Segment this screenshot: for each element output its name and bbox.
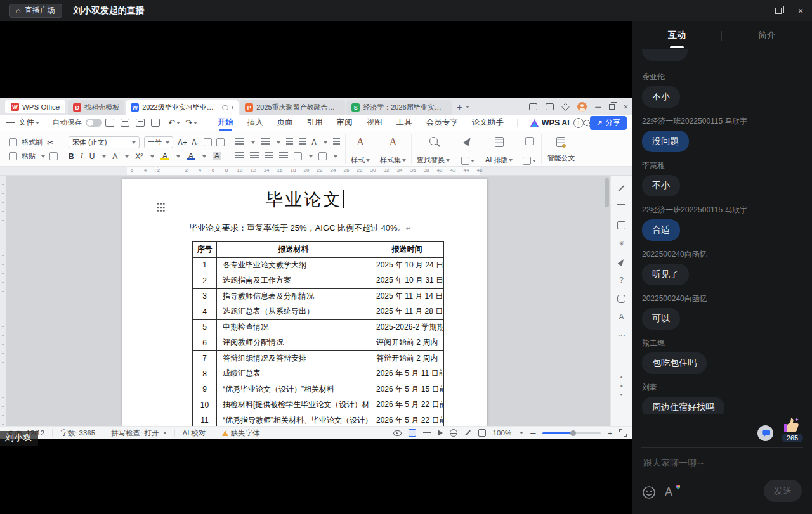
eye-protect-icon[interactable] [393, 430, 402, 436]
wps-ai-button[interactable]: WPS AI [530, 119, 570, 127]
zoom-in-button[interactable]: + [608, 429, 612, 437]
highlight-color-button[interactable]: A [160, 152, 169, 160]
document-scrollbar[interactable] [605, 178, 609, 207]
zoom-level[interactable]: 100% [493, 429, 511, 437]
cloud-upload-icon[interactable]: ↑ [573, 118, 584, 128]
web-view-icon[interactable] [450, 429, 457, 437]
chat-message-bubble[interactable]: 可以 [642, 308, 680, 330]
chat-message-bubble[interactable]: 不小 [642, 86, 680, 108]
format-painter-button[interactable]: 格式刷 [22, 138, 43, 147]
ribbon-tab-3[interactable]: 引用 [307, 115, 323, 131]
grow-font-button[interactable]: A+ [178, 138, 187, 147]
output-icon[interactable] [151, 119, 160, 127]
previous-page-button[interactable]: ▲ [619, 375, 624, 379]
new-tab-button[interactable]: + [457, 102, 469, 112]
line-spacing-icon[interactable] [294, 152, 302, 160]
horizontal-ruler[interactable]: 6422468101214161820222426283032343638404… [0, 167, 632, 176]
smart-beautify-icon[interactable]: ✳ [617, 238, 627, 248]
first-line-indent-marker[interactable] [153, 167, 158, 170]
zoom-slider[interactable] [542, 432, 601, 434]
missing-font-warning[interactable]: 缺失字体 [214, 429, 268, 437]
ai-proofread-button[interactable]: AI 校对 [175, 429, 214, 437]
chat-message-bubble[interactable]: 合适 [642, 219, 680, 241]
tab-introduction[interactable]: 简介 [722, 30, 812, 49]
wps-minimize-button[interactable]: ─ [595, 102, 601, 112]
chat-message-bubble[interactable]: 包吃包住吗 [642, 352, 707, 374]
clear-format-icon[interactable] [216, 138, 225, 146]
font-name-select[interactable]: 宋体 (正文) [69, 136, 140, 148]
underline-button[interactable]: U [89, 152, 95, 161]
ai-layout-button[interactable]: AI 排版 [485, 136, 513, 165]
cut-icon[interactable]: ✂ [47, 138, 53, 147]
ribbon-tab-8[interactable]: 论文助手 [472, 115, 504, 131]
chat-input[interactable] [642, 457, 782, 468]
requirement-paragraph[interactable]: 毕业论文要求：重复率低于 25%，AIGC 比例不超过 40%。↵ [189, 222, 412, 234]
help-icon[interactable]: ? [617, 275, 627, 285]
user-avatar[interactable] [577, 102, 587, 112]
ink-icon[interactable] [465, 430, 471, 435]
fit-page-icon[interactable] [478, 429, 486, 437]
align-left-icon[interactable] [235, 152, 244, 160]
proofread-icon[interactable] [617, 220, 627, 230]
file-menu[interactable]: 文件 [18, 117, 34, 128]
wps-restore-button[interactable] [609, 104, 615, 110]
style-set-button[interactable]: A 样式集 [380, 136, 406, 165]
chat-message-bubble[interactable]: 周边住宿好找吗 [642, 397, 724, 414]
close-button[interactable]: × [796, 6, 806, 16]
wps-document-tab[interactable]: D找稻壳模板 [68, 100, 124, 115]
char-shading-button[interactable]: A [213, 152, 221, 160]
find-replace-button[interactable]: 查找替换 [417, 136, 450, 165]
autosave-control[interactable]: 自动保存 [53, 118, 102, 127]
select-tool-button[interactable] [461, 136, 475, 165]
number-list-icon[interactable] [261, 138, 270, 146]
chat-message-bubble[interactable]: 听见了 [642, 264, 689, 285]
ribbon-tab-1[interactable]: 插入 [247, 115, 263, 131]
vip-icon[interactable] [561, 102, 570, 110]
ribbon-tab-6[interactable]: 工具 [396, 115, 412, 131]
print-icon[interactable] [121, 119, 129, 127]
next-page-button[interactable]: ▼ [619, 392, 624, 397]
send-button[interactable]: 发送 [764, 480, 802, 502]
play-view-icon[interactable] [438, 430, 443, 436]
increase-indent-icon[interactable] [299, 138, 306, 146]
italic-button[interactable]: I [81, 151, 83, 161]
autosave-toggle[interactable] [86, 119, 102, 127]
sort-icon[interactable] [333, 138, 340, 146]
live-plaza-button[interactable]: ⌂ 直播广场 [9, 4, 62, 18]
word-count[interactable]: 字数: 3365 [53, 429, 103, 437]
right-indent-marker[interactable] [435, 171, 440, 174]
share-button[interactable]: ↗ 分享 [590, 116, 627, 130]
styles-button[interactable]: A 样式 [351, 136, 370, 165]
select-arrow-icon[interactable] [617, 257, 627, 267]
restore-button[interactable] [775, 8, 782, 14]
smart-doc-button[interactable]: 智能公文 [547, 136, 575, 163]
share-screen-icon[interactable] [529, 103, 537, 110]
zoom-out-button[interactable]: ─ [530, 429, 535, 437]
font-size-select[interactable]: 一号 [144, 136, 173, 148]
redo-button[interactable]: ↷ [185, 118, 192, 127]
outline-view-icon[interactable] [423, 430, 431, 436]
wps-home-button[interactable]: W WPS Office [5, 100, 65, 113]
bullet-list-icon[interactable] [235, 138, 244, 146]
copy-icon[interactable] [49, 152, 58, 160]
superscript-button[interactable]: X² [135, 152, 143, 161]
workspace-icon[interactable] [546, 103, 554, 110]
borders-icon[interactable] [318, 152, 327, 160]
align-center-icon[interactable] [250, 152, 259, 160]
print-preview-icon[interactable] [136, 119, 145, 127]
arrange-button[interactable] [523, 136, 536, 165]
hamburger-icon[interactable] [6, 120, 15, 125]
font-color-button[interactable]: A [187, 152, 195, 160]
edit-pen-icon[interactable] [617, 183, 627, 193]
bold-button[interactable]: B [69, 152, 74, 161]
page-view-icon[interactable] [409, 429, 416, 437]
browse-object-button[interactable]: ● [620, 383, 622, 388]
skin-icon[interactable] [617, 293, 627, 304]
wps-document-tab[interactable]: W2022级毕业实习毕业论文动… [126, 100, 239, 115]
align-justify-icon[interactable] [279, 152, 288, 160]
hanging-indent-marker[interactable] [153, 171, 158, 174]
text-direction-icon[interactable]: A [311, 138, 317, 147]
translate-icon[interactable]: A [617, 312, 627, 322]
wps-close-button[interactable]: × [623, 102, 628, 112]
undo-button[interactable]: ↶ [168, 118, 175, 127]
